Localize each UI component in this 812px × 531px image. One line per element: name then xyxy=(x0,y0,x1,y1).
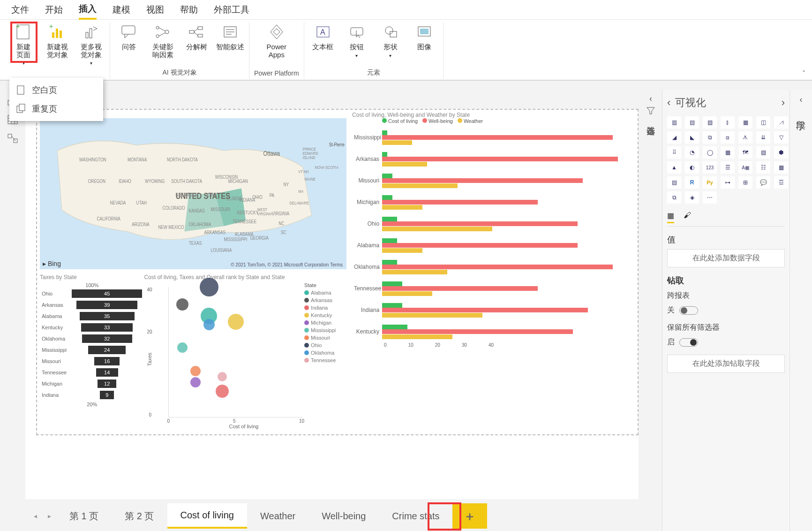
area-chart-icon[interactable]: ◢ xyxy=(667,131,681,144)
stacked-bar-icon[interactable]: ▥ xyxy=(667,116,681,129)
bar-chart-visual[interactable]: Cost of living, Well-being and Weather b… xyxy=(349,110,638,434)
key-influencers-icon[interactable]: ⊶ xyxy=(721,176,735,189)
expand-chevron-icon[interactable]: › xyxy=(782,97,785,109)
map-icon[interactable]: 🗺 xyxy=(738,146,752,159)
svg-text:SOUTH DAKOTA: SOUTH DAKOTA xyxy=(171,178,202,184)
kpi-icon[interactable]: A▦ xyxy=(738,161,752,174)
smartnarr-icon xyxy=(221,23,240,41)
decomp-tree-icon[interactable]: ⊞ xyxy=(738,176,752,189)
more-visuals-icon xyxy=(82,23,100,41)
line-chart-icon[interactable]: ⩘ xyxy=(774,116,788,129)
toggle-switch-off[interactable] xyxy=(679,306,698,315)
donut-chart-icon[interactable]: ◯ xyxy=(703,146,717,159)
multirow-card-icon[interactable]: ☰ xyxy=(721,161,735,174)
blank-page-option[interactable]: 空白页 xyxy=(9,81,103,99)
matrix-icon[interactable]: ▤ xyxy=(667,176,681,189)
svg-text:MA: MA xyxy=(298,189,304,194)
collapse-chevron-icon[interactable]: ‹ xyxy=(667,97,670,109)
qna-button[interactable]: 问答 xyxy=(115,23,143,51)
menu-home[interactable]: 开始 xyxy=(45,1,63,19)
page-tab-well-being[interactable]: Well-being xyxy=(308,503,379,529)
textbox-button[interactable]: A文本框 xyxy=(309,23,337,51)
stacked-area-icon[interactable]: ◣ xyxy=(685,131,699,144)
line-clustered-icon[interactable]: ⧉ xyxy=(703,131,717,144)
keep-filters-toggle[interactable]: 保留所有筛选器 xyxy=(667,323,785,333)
shape-map-icon[interactable]: ⬢ xyxy=(774,146,788,159)
ribbon-collapse-icon[interactable]: ˄ xyxy=(802,69,805,77)
report-canvas[interactable]: Cost of living by State UNITED STATES Ot… xyxy=(36,109,639,435)
shapes-button[interactable]: 形状▾ xyxy=(376,23,405,58)
qna-visual-icon[interactable]: 💬 xyxy=(756,176,770,189)
100-stacked-column-icon[interactable]: ◫ xyxy=(756,116,770,129)
ribbon-chart-icon[interactable]: ⩚ xyxy=(738,131,752,144)
svg-text:CALIFORNIA: CALIFORNIA xyxy=(97,216,120,222)
add-page-tab[interactable]: ＋ xyxy=(452,503,487,529)
tab-nav-right[interactable]: ▸ xyxy=(42,512,56,520)
r-visual-icon[interactable]: R xyxy=(685,176,699,189)
menu-file[interactable]: 文件 xyxy=(11,1,29,19)
power-apps-button[interactable]: Power Apps xyxy=(263,23,291,59)
page-tab-cost-of-living[interactable]: Cost of living xyxy=(167,503,248,529)
fields-pane-collapsed[interactable]: ‹ 字段 xyxy=(789,90,812,531)
stacked-column-icon[interactable]: ▤ xyxy=(685,116,699,129)
page-tab-crime-stats[interactable]: Crime stats xyxy=(379,503,452,529)
svg-rect-41 xyxy=(8,134,12,138)
model-view-button[interactable] xyxy=(4,131,21,145)
slicer-icon[interactable]: ☷ xyxy=(756,161,770,174)
svg-text:UTAH: UTAH xyxy=(136,200,147,205)
smart-narrative-button[interactable]: 智能叙述 xyxy=(216,23,244,51)
pie-chart-icon[interactable]: ◔ xyxy=(685,146,699,159)
page-tab-1[interactable]: 第 1 页 xyxy=(56,503,112,529)
100-stacked-bar-icon[interactable]: ▦ xyxy=(738,116,752,129)
page-tab-2[interactable]: 第 2 页 xyxy=(112,503,167,529)
tab-nav-left[interactable]: ◂ xyxy=(28,512,42,520)
svg-rect-8 xyxy=(122,26,135,34)
drill-placeholder[interactable]: 在此处添加钻取字段 xyxy=(667,355,785,373)
filled-map-icon[interactable]: ▧ xyxy=(756,146,770,159)
fields-tab-icon[interactable]: ▦ xyxy=(667,211,674,223)
image-button[interactable]: 图像 xyxy=(410,23,438,51)
funnel-bottom-pct: 20% xyxy=(42,402,142,407)
paginated-report-icon[interactable]: ⧉ xyxy=(667,191,681,204)
map-visual[interactable]: Cost of living by State UNITED STATES Ot… xyxy=(37,110,349,272)
scatter-chart-icon[interactable]: ⠿ xyxy=(667,146,681,159)
waterfall-icon[interactable]: ⇊ xyxy=(756,131,770,144)
menu-insert[interactable]: 插入 xyxy=(79,0,97,20)
clustered-bar-icon[interactable]: ▧ xyxy=(703,116,717,129)
buttons-button[interactable]: 按钮▾ xyxy=(343,23,371,58)
table-icon[interactable]: ▦ xyxy=(774,161,788,174)
menu-help[interactable]: 帮助 xyxy=(180,1,198,19)
toggle-switch-on[interactable] xyxy=(679,338,698,347)
menu-view[interactable]: 视图 xyxy=(146,1,164,19)
treemap-icon[interactable]: ▦ xyxy=(721,146,735,159)
more-visuals-button[interactable]: 更多视 觉对象 ▾ xyxy=(77,23,105,66)
values-placeholder[interactable]: 在此处添加数据字段 xyxy=(667,249,785,267)
azure-map-icon[interactable]: ▲ xyxy=(667,161,681,174)
page-tab-weather[interactable]: Weather xyxy=(247,503,308,529)
format-tab-icon[interactable]: 🖌 xyxy=(684,211,691,223)
decomposition-tree-button[interactable]: 分解树 xyxy=(182,23,211,51)
collapse-chevron-icon[interactable]: ‹ xyxy=(649,94,652,104)
new-visual-button[interactable]: + 新建视 觉对象 xyxy=(43,23,71,59)
gauge-icon[interactable]: ◐ xyxy=(685,161,699,174)
smart-narrative-icon[interactable]: ☲ xyxy=(774,176,788,189)
card-icon[interactable]: 123 xyxy=(703,161,717,174)
py-visual-icon[interactable]: Py xyxy=(703,176,717,189)
menu-external[interactable]: 外部工具 xyxy=(214,1,249,19)
funnel-chart-icon[interactable]: ▽ xyxy=(774,131,788,144)
cross-report-toggle[interactable]: 跨报表 xyxy=(667,291,785,301)
clustered-column-icon[interactable]: ⫿ xyxy=(721,116,735,129)
menu-model[interactable]: 建模 xyxy=(113,1,130,19)
line-stacked-icon[interactable]: ⧈ xyxy=(721,131,735,144)
key-influencers-button[interactable]: 关键影 响因素 xyxy=(149,23,177,59)
powerapps-visual-icon[interactable]: ◈ xyxy=(685,191,699,204)
scatter-visual[interactable]: Cost of living, Taxes and Overall rank b… xyxy=(144,274,346,432)
filters-pane-collapsed[interactable]: ‹ 筛选器 xyxy=(639,94,662,120)
collapse-chevron-icon[interactable]: ‹ xyxy=(800,95,803,105)
svg-line-18 xyxy=(194,32,198,36)
duplicate-page-option[interactable]: 重复页 xyxy=(9,99,103,118)
funnel-visual[interactable]: Taxes by State 100% Ohio45Arkansas39Alab… xyxy=(40,274,144,432)
get-more-icon[interactable]: ⋯ xyxy=(703,191,717,204)
new-page-button[interactable]: + 新建 页面 ▾ xyxy=(9,23,38,66)
svg-text:KANSAS: KANSAS xyxy=(189,208,205,213)
